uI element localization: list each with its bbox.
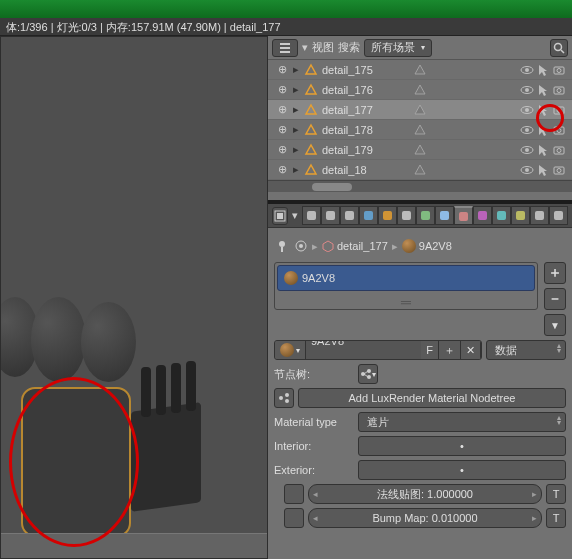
material-slot[interactable]: 9A2V8 <box>277 265 535 291</box>
interior-volume-button[interactable]: • <box>358 436 566 456</box>
list-grip-icon[interactable]: ═ <box>277 297 535 307</box>
outliner-item[interactable]: ⊕ ▸ detail_177 <box>268 100 572 120</box>
render-icon[interactable] <box>552 83 566 97</box>
new-material-button[interactable]: ＋ <box>439 341 461 359</box>
bumpmap-texture-button[interactable]: T <box>546 508 566 528</box>
stats-text: 体:1/396 | 灯光:0/3 | 内存:157.91M (47.90M) |… <box>6 21 281 33</box>
bumpmap-value[interactable]: Bump Map: 0.010000 <box>308 508 542 528</box>
normalmap-checkbox[interactable] <box>284 484 304 504</box>
render-icon[interactable] <box>552 143 566 157</box>
search-menu[interactable]: 搜索 <box>338 40 360 55</box>
properties-tab-scene[interactable] <box>340 206 359 225</box>
pin-icon[interactable] <box>274 238 290 254</box>
mesh-object <box>131 402 201 512</box>
eye-icon[interactable] <box>520 163 534 177</box>
outliner-hscroll[interactable] <box>268 180 572 192</box>
bumpmap-checkbox[interactable] <box>284 508 304 528</box>
chevron-right-icon[interactable]: ▸ <box>290 144 302 156</box>
svg-marker-11 <box>306 85 316 94</box>
cursor-icon[interactable] <box>536 143 550 157</box>
render-icon[interactable] <box>552 63 566 77</box>
nodetree-browse-button[interactable]: ▾ <box>358 364 378 384</box>
properties-tab-texture[interactable] <box>473 206 492 225</box>
eye-icon[interactable] <box>520 83 534 97</box>
properties-tab-bone[interactable] <box>530 206 549 225</box>
properties-tab-extra[interactable] <box>549 206 568 225</box>
material-browse-button[interactable]: ▾ <box>275 341 306 359</box>
svg-point-26 <box>525 128 529 132</box>
cursor-icon[interactable] <box>536 83 550 97</box>
properties-tab-particle[interactable] <box>492 206 511 225</box>
cursor-icon[interactable] <box>536 163 550 177</box>
expand-icon[interactable]: ⊕ <box>276 84 288 96</box>
properties-tabs: ▾ <box>268 204 572 228</box>
properties-tab-data[interactable] <box>435 206 454 225</box>
outliner-item[interactable]: ⊕ ▸ detail_179 <box>268 140 572 160</box>
render-icon[interactable] <box>552 163 566 177</box>
outliner-item[interactable]: ⊕ ▸ detail_175 <box>268 60 572 80</box>
breadcrumb-object[interactable]: detail_177 <box>322 240 388 252</box>
exterior-volume-button[interactable]: • <box>358 460 566 480</box>
properties-tab-physics[interactable] <box>511 206 530 225</box>
svg-marker-29 <box>306 145 316 154</box>
properties-tab-world[interactable] <box>359 206 378 225</box>
eye-icon[interactable] <box>520 143 534 157</box>
chevron-right-icon[interactable]: ▸ <box>290 64 302 76</box>
remove-slot-button[interactable]: － <box>544 288 566 310</box>
material-slot-name: 9A2V8 <box>302 272 335 284</box>
unlink-material-button[interactable]: ✕ <box>461 341 481 359</box>
chevron-right-icon[interactable]: ▸ <box>290 124 302 136</box>
breadcrumb-material[interactable]: 9A2V8 <box>402 239 452 253</box>
eye-icon[interactable] <box>520 123 534 137</box>
outliner-item[interactable]: ⊕ ▸ detail_176 <box>268 80 572 100</box>
mesh-object <box>156 365 166 415</box>
expand-icon[interactable]: ⊕ <box>276 144 288 156</box>
outliner-list[interactable]: ⊕ ▸ detail_175 ⊕ ▸ detail_176 ⊕ ▸ detail… <box>268 60 572 200</box>
chevron-right-icon[interactable]: ▸ <box>290 164 302 176</box>
eye-icon[interactable] <box>520 63 534 77</box>
render-icon[interactable] <box>552 103 566 117</box>
normalmap-value[interactable]: 法线贴图: 1.000000 <box>308 484 542 504</box>
nodetree-icon-button[interactable] <box>274 388 294 408</box>
properties-tab-constraint[interactable] <box>397 206 416 225</box>
editor-type-menu[interactable] <box>272 207 288 225</box>
expand-icon[interactable]: ⊕ <box>276 164 288 176</box>
material-link-dropdown[interactable]: 数据 <box>486 340 566 360</box>
magnifier-icon <box>553 42 565 54</box>
properties-tab-object[interactable] <box>378 206 397 225</box>
chevron-right-icon[interactable]: ▸ <box>290 84 302 96</box>
slot-specials-menu[interactable]: ▼ <box>544 314 566 336</box>
chevron-right-icon[interactable]: ▸ <box>290 104 302 116</box>
add-nodetree-button[interactable]: Add LuxRender Material Nodetree <box>298 388 566 408</box>
fake-user-button[interactable]: F <box>421 341 439 359</box>
normalmap-texture-button[interactable]: T <box>546 484 566 504</box>
properties-tab-material[interactable] <box>454 206 473 225</box>
svg-rect-52 <box>478 211 487 220</box>
outliner-item[interactable]: ⊕ ▸ detail_18 <box>268 160 572 180</box>
expand-icon[interactable]: ⊕ <box>276 124 288 136</box>
properties-tab-modifier[interactable] <box>416 206 435 225</box>
cursor-icon[interactable] <box>536 103 550 117</box>
properties-tab-layers[interactable] <box>321 206 340 225</box>
mesh-object <box>171 363 181 413</box>
properties-tab-render[interactable] <box>302 206 321 225</box>
render-icon[interactable] <box>552 123 566 137</box>
material-type-dropdown[interactable]: 遮片 <box>358 412 566 432</box>
cursor-icon[interactable] <box>536 123 550 137</box>
expand-icon[interactable]: ⊕ <box>276 104 288 116</box>
editor-type-menu[interactable] <box>272 39 298 57</box>
eye-icon[interactable] <box>520 103 534 117</box>
outliner-item[interactable]: ⊕ ▸ detail_178 <box>268 120 572 140</box>
expand-icon[interactable]: ⊕ <box>276 64 288 76</box>
view-menu[interactable]: 视图 <box>312 40 334 55</box>
svg-marker-36 <box>415 165 425 174</box>
svg-point-8 <box>525 68 529 72</box>
scene-filter-dropdown[interactable]: 所有场景 ▾ <box>364 39 432 57</box>
add-slot-button[interactable]: ＋ <box>544 262 566 284</box>
svg-rect-46 <box>364 211 373 220</box>
material-icon <box>457 210 470 223</box>
search-button[interactable] <box>550 39 568 57</box>
cursor-icon[interactable] <box>536 63 550 77</box>
nodetree-label: 节点树: <box>274 367 354 382</box>
3d-viewport[interactable] <box>0 36 268 559</box>
